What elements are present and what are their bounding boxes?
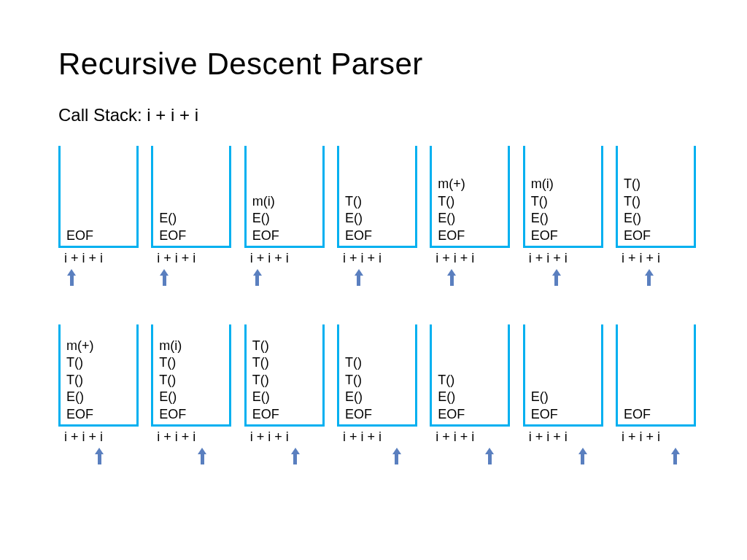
stack-entry: T() — [624, 193, 688, 210]
arrow-head-icon — [552, 269, 561, 276]
stack-entry: E() — [438, 210, 502, 227]
stack-cell: T()E()EOFi + i + i — [337, 146, 417, 289]
stack-entry: E() — [159, 389, 223, 405]
arrow-shaft — [395, 454, 398, 464]
input-string: i + i + i — [430, 427, 510, 446]
stack-entry: T() — [531, 193, 595, 210]
stack-entry: T() — [624, 176, 688, 192]
stack-cell: m(+)T()T()E()EOFi + i + i — [58, 324, 139, 468]
pointer-row — [151, 268, 231, 289]
cursor-arrow-icon — [552, 269, 561, 286]
arrow-head-icon — [671, 448, 680, 454]
stack-entry: m(i) — [159, 338, 223, 354]
pointer-row — [430, 268, 510, 289]
pointer-row — [523, 446, 603, 468]
call-stack-bucket: m(+)T()T()E()EOF — [58, 324, 139, 427]
call-stack-bucket: T()T()E()EOF — [337, 324, 417, 427]
stack-entry: T() — [438, 372, 502, 389]
pointer-row — [151, 446, 231, 468]
arrow-head-icon — [67, 269, 76, 276]
call-stack-bucket: E()EOF — [151, 146, 231, 248]
stack-entry: E() — [345, 210, 409, 227]
stack-entry: EOF — [159, 406, 223, 423]
stack-cell: m(i)E()EOFi + i + i — [244, 146, 325, 289]
call-stack-bucket: T()T()T()E()EOF — [244, 324, 325, 427]
call-stack-bucket: T()T()E()EOF — [616, 146, 696, 248]
cursor-arrow-icon — [671, 448, 680, 464]
input-string: i + i + i — [151, 248, 231, 268]
arrow-shaft — [647, 276, 651, 286]
stack-cell: T()T()T()E()EOFi + i + i — [244, 324, 325, 468]
stack-entry: EOF — [159, 228, 223, 244]
stack-entry: E() — [252, 210, 317, 227]
cursor-arrow-icon — [291, 448, 300, 464]
stack-cell: m(+)T()E()EOFi + i + i — [430, 146, 510, 289]
stack-entry: T() — [345, 193, 409, 210]
stack-cell: E()EOFi + i + i — [151, 146, 231, 289]
stack-cell: EOFi + i + i — [58, 146, 139, 289]
input-string: i + i + i — [616, 427, 696, 446]
stack-entry: E() — [531, 210, 595, 227]
pointer-row — [58, 446, 139, 468]
pointer-row — [616, 446, 696, 468]
stack-entry: EOF — [531, 406, 595, 423]
stack-entry: T() — [345, 372, 409, 389]
stack-cell: EOFi + i + i — [616, 324, 696, 468]
stack-entry: m(i) — [252, 193, 317, 210]
cursor-arrow-icon — [485, 448, 494, 464]
arrow-head-icon — [447, 269, 456, 276]
cursor-arrow-icon — [392, 448, 401, 464]
stack-row: EOFi + i + iE()EOFi + i + im(i)E()EOFi +… — [58, 146, 696, 289]
input-string: i + i + i — [523, 427, 603, 446]
pointer-row — [616, 268, 696, 289]
arrow-shaft — [293, 454, 297, 464]
slide: Recursive Descent Parser Call Stack: i +… — [0, 0, 747, 468]
input-string: i + i + i — [244, 427, 325, 446]
cursor-arrow-icon — [67, 269, 76, 286]
page-title: Recursive Descent Parser — [58, 47, 696, 82]
stack-entry: T() — [66, 354, 131, 371]
stack-entry: T() — [66, 372, 131, 389]
stack-entry: EOF — [624, 228, 688, 244]
stack-cell: m(i)T()E()EOFi + i + i — [523, 146, 603, 289]
call-stack-bucket: m(i)T()E()EOF — [523, 146, 603, 248]
input-string: i + i + i — [244, 248, 325, 268]
stack-entry: E() — [531, 389, 595, 405]
arrow-shaft — [357, 276, 360, 286]
stack-cell: T()T()E()EOFi + i + i — [337, 324, 417, 468]
stack-entry: m(+) — [438, 176, 502, 192]
call-stack-bucket: T()E()EOF — [430, 324, 510, 427]
call-stack-bucket: EOF — [616, 324, 696, 427]
stack-entry: EOF — [345, 406, 409, 423]
stack-cell: m(i)T()T()E()EOFi + i + i — [151, 324, 231, 468]
arrow-head-icon — [198, 448, 206, 454]
stack-entry: E() — [624, 210, 688, 227]
pointer-row — [523, 268, 603, 289]
arrow-head-icon — [160, 269, 169, 276]
stack-entry: EOF — [438, 406, 502, 423]
arrow-shaft — [554, 276, 558, 286]
cursor-arrow-icon — [160, 269, 169, 286]
stack-cell: T()E()EOFi + i + i — [430, 324, 510, 468]
stack-entry: EOF — [252, 406, 317, 423]
cursor-arrow-icon — [355, 269, 363, 286]
input-string: i + i + i — [337, 427, 417, 446]
arrow-shaft — [70, 276, 74, 286]
cursor-arrow-icon — [95, 448, 104, 464]
call-stack-bucket: m(i)T()T()E()EOF — [151, 324, 231, 427]
input-string: i + i + i — [616, 248, 696, 268]
stack-entry: EOF — [66, 228, 131, 244]
stack-entry: T() — [252, 372, 317, 389]
cursor-arrow-icon — [253, 269, 262, 286]
pointer-row — [337, 446, 417, 468]
stack-entry: T() — [252, 338, 317, 354]
cursor-arrow-icon — [578, 448, 587, 464]
call-stack-bucket: T()E()EOF — [337, 146, 417, 248]
input-string: i + i + i — [58, 427, 139, 446]
stack-entry: E() — [252, 389, 317, 405]
stack-cell: E()EOFi + i + i — [523, 324, 603, 468]
input-string: i + i + i — [151, 427, 231, 446]
arrow-shaft — [450, 276, 454, 286]
stack-entry: EOF — [624, 406, 688, 423]
call-stack-bucket: EOF — [58, 146, 139, 248]
